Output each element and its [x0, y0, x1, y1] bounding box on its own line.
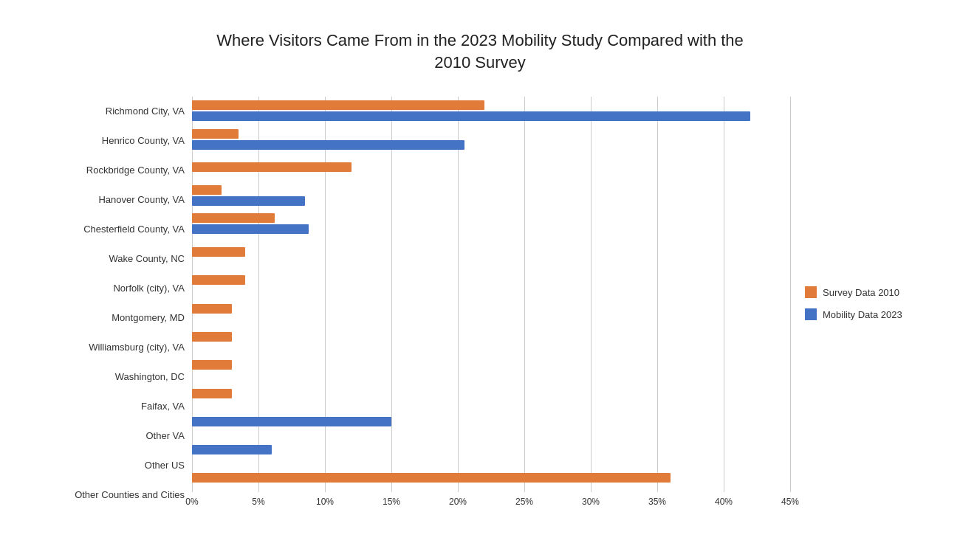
- y-label: Wake County, NC: [52, 246, 185, 272]
- chart-container: Where Visitors Came From in the 2023 Mob…: [37, 15, 923, 546]
- bar-group: [192, 465, 790, 491]
- y-label: Henrico County, VA: [52, 128, 185, 154]
- y-label: Other VA: [52, 423, 185, 449]
- bar-blue: [192, 196, 305, 206]
- bar-orange: [192, 162, 352, 172]
- bar-orange: [192, 473, 671, 483]
- y-label: Washington, DC: [52, 364, 185, 390]
- bar-orange: [192, 332, 232, 342]
- bar-group: [192, 267, 790, 294]
- bar-orange: [192, 304, 232, 314]
- title-line1: Where Visitors Came From in the 2023 Mob…: [216, 31, 744, 49]
- y-label: Hanover County, VA: [52, 187, 185, 213]
- bar-group: [192, 352, 790, 378]
- title-line2: 2010 Survey: [434, 53, 526, 72]
- x-axis-label: 20%: [449, 497, 467, 507]
- legend-item-orange: Survey Data 2010: [805, 286, 908, 298]
- x-axis-label: 25%: [515, 497, 533, 507]
- bar-orange: [192, 389, 232, 398]
- legend-swatch-orange: [805, 286, 817, 298]
- bar-group: [192, 239, 790, 266]
- bar-orange: [192, 247, 245, 257]
- bar-orange: [192, 360, 232, 370]
- bar-orange: [192, 100, 484, 110]
- bar-group: [192, 323, 790, 350]
- bar-orange: [192, 213, 275, 223]
- legend: Survey Data 2010 Mobility Data 2023: [790, 97, 908, 510]
- x-axis-label: 0%: [185, 497, 198, 507]
- legend-label-blue: Mobility Data 2023: [823, 309, 902, 320]
- legend-swatch-blue: [805, 308, 817, 320]
- legend-item-blue: Mobility Data 2023: [805, 308, 908, 320]
- bar-blue: [192, 417, 391, 426]
- bars-container: [192, 97, 790, 492]
- bar-group: [192, 380, 790, 407]
- bar-group: [192, 408, 790, 435]
- y-axis-labels: Richmond City, VAHenrico County, VARockb…: [52, 97, 192, 510]
- bar-orange: [192, 129, 239, 139]
- x-axis-label: 5%: [252, 497, 264, 507]
- bar-group: [192, 154, 790, 181]
- bar-group: [192, 182, 790, 209]
- x-axis-label: 30%: [582, 497, 600, 507]
- legend-label-orange: Survey Data 2010: [823, 287, 899, 298]
- chart-title: Where Visitors Came From in the 2023 Mob…: [52, 30, 908, 75]
- bar-group: [192, 295, 790, 322]
- bar-blue: [192, 140, 464, 150]
- x-axis-label: 35%: [648, 497, 666, 507]
- y-label: Montgomery, MD: [52, 305, 185, 331]
- y-label: Williamsburg (city), VA: [52, 334, 185, 361]
- bar-blue: [192, 445, 272, 454]
- bar-blue: [192, 111, 750, 121]
- bar-group: [192, 126, 790, 153]
- y-label: Other US: [52, 452, 185, 479]
- y-label: Rockbridge County, VA: [52, 157, 185, 184]
- x-axis-label: 40%: [715, 497, 733, 507]
- y-label: Other Counties and Cities: [52, 482, 185, 508]
- bar-group: [192, 210, 790, 237]
- x-axis-label: 10%: [316, 497, 334, 507]
- x-axis: 0%5%10%15%20%25%30%35%40%45%: [192, 492, 790, 510]
- bar-blue: [192, 224, 309, 234]
- chart-area: 0%5%10%15%20%25%30%35%40%45%: [192, 97, 790, 510]
- y-label: Norfolk (city), VA: [52, 275, 185, 302]
- y-label: Faifax, VA: [52, 393, 185, 420]
- y-label: Richmond City, VA: [52, 98, 185, 125]
- bars-and-grid: [192, 97, 790, 492]
- bar-group: [192, 97, 790, 124]
- bar-group: [192, 437, 790, 463]
- y-label: Chesterfield County, VA: [52, 216, 185, 243]
- bar-orange: [192, 275, 245, 285]
- x-axis-label: 15%: [383, 497, 400, 507]
- bar-orange: [192, 185, 222, 195]
